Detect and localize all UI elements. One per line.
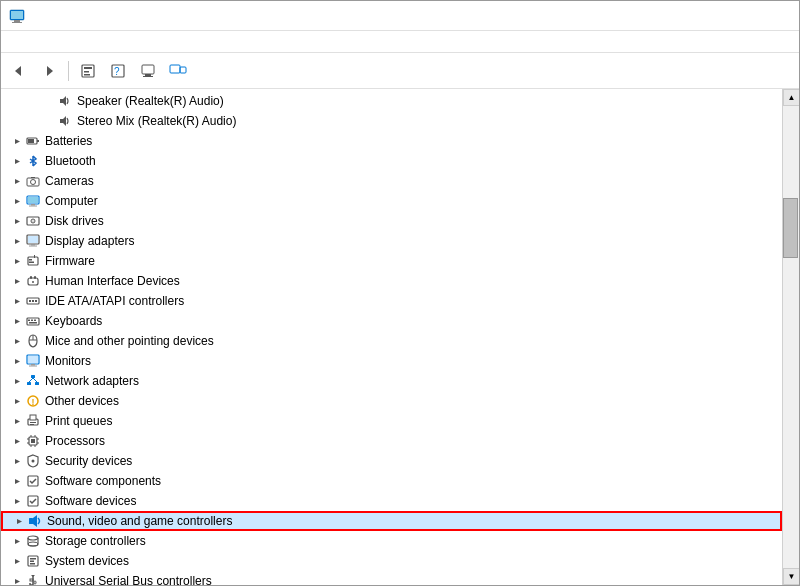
tree-item-computer[interactable]: Computer: [1, 191, 782, 211]
item-label-other: Other devices: [45, 394, 119, 408]
minimize-button[interactable]: [653, 1, 699, 31]
menu-view[interactable]: [37, 40, 53, 44]
tree-item-stereomix[interactable]: Stereo Mix (Realtek(R) Audio): [1, 111, 782, 131]
expand-arrow-ide[interactable]: [9, 293, 25, 309]
tree-item-softwaredev[interactable]: Software devices: [1, 491, 782, 511]
expand-arrow-diskdrives[interactable]: [9, 213, 25, 229]
expand-arrow-usb[interactable]: [9, 573, 25, 585]
tree-item-cameras[interactable]: Cameras: [1, 171, 782, 191]
expand-arrow-computer[interactable]: [9, 193, 25, 209]
expand-arrow-batteries[interactable]: [9, 133, 25, 149]
scroll-track[interactable]: [783, 106, 799, 568]
menu-file[interactable]: [5, 40, 21, 44]
svg-rect-55: [35, 300, 37, 302]
svg-line-75: [33, 378, 37, 382]
item-icon-ide: [25, 293, 41, 309]
expand-arrow-cameras[interactable]: [9, 173, 25, 189]
tree-item-speaker1[interactable]: Speaker (Realtek(R) Audio): [1, 91, 782, 111]
item-label-softwaredev: Software devices: [45, 494, 136, 508]
item-icon-software: [25, 473, 41, 489]
expand-arrow-stereomix[interactable]: [41, 113, 57, 129]
expand-arrow-network[interactable]: [9, 373, 25, 389]
tree-item-batteries[interactable]: Batteries: [1, 131, 782, 151]
tree-item-security[interactable]: Security devices: [1, 451, 782, 471]
expand-arrow-keyboards[interactable]: [9, 313, 25, 329]
update-driver-button[interactable]: ?: [104, 57, 132, 85]
expand-arrow-monitors[interactable]: [9, 353, 25, 369]
expand-arrow-firmware[interactable]: [9, 253, 25, 269]
device-tree[interactable]: Speaker (Realtek(R) Audio)Stereo Mix (Re…: [1, 89, 782, 585]
expand-arrow-processors[interactable]: [9, 433, 25, 449]
tree-item-storage[interactable]: Storage controllers: [1, 531, 782, 551]
tree-item-firmware[interactable]: Firmware: [1, 251, 782, 271]
expand-arrow-print[interactable]: [9, 413, 25, 429]
scroll-up-button[interactable]: ▲: [783, 89, 799, 106]
forward-button[interactable]: [35, 57, 63, 85]
tree-item-hid[interactable]: Human Interface Devices: [1, 271, 782, 291]
menu-action[interactable]: [21, 40, 37, 44]
tree-item-other[interactable]: !Other devices: [1, 391, 782, 411]
item-icon-displayadapters: [25, 233, 41, 249]
expand-arrow-bluetooth[interactable]: [9, 153, 25, 169]
tree-item-print[interactable]: Print queues: [1, 411, 782, 431]
item-icon-processors: [25, 433, 41, 449]
svg-marker-103: [33, 515, 37, 527]
scroll-down-button[interactable]: ▼: [783, 568, 799, 585]
item-label-print: Print queues: [45, 414, 112, 428]
scrollbar[interactable]: ▲ ▼: [782, 89, 799, 585]
expand-arrow-security[interactable]: [9, 453, 25, 469]
svg-marker-17: [60, 96, 66, 106]
svg-marker-101: [17, 519, 22, 524]
expand-arrow-displayadapters[interactable]: [9, 233, 25, 249]
svg-rect-9: [84, 74, 90, 76]
item-icon-sound: [27, 513, 43, 529]
item-label-displayadapters: Display adapters: [45, 234, 134, 248]
item-label-speaker1: Speaker (Realtek(R) Audio): [77, 94, 224, 108]
close-button[interactable]: [745, 1, 791, 31]
tree-item-processors[interactable]: Processors: [1, 431, 782, 451]
menu-help[interactable]: [53, 40, 69, 44]
properties-button[interactable]: [74, 57, 102, 85]
svg-rect-43: [29, 259, 32, 261]
item-icon-firmware: [25, 253, 41, 269]
svg-rect-86: [31, 439, 35, 443]
expand-arrow-storage[interactable]: [9, 533, 25, 549]
svg-marker-112: [15, 579, 20, 584]
expand-arrow-sound[interactable]: [11, 513, 27, 529]
tree-item-bluetooth[interactable]: Bluetooth: [1, 151, 782, 171]
svg-rect-110: [30, 561, 34, 563]
expand-arrow-speaker1[interactable]: [41, 93, 57, 109]
tree-item-network[interactable]: Network adapters: [1, 371, 782, 391]
back-button[interactable]: [5, 57, 33, 85]
tree-item-diskdrives[interactable]: Disk drives: [1, 211, 782, 231]
tree-item-monitors[interactable]: Monitors: [1, 351, 782, 371]
maximize-button[interactable]: [699, 1, 745, 31]
expand-arrow-other[interactable]: [9, 393, 25, 409]
svg-marker-32: [15, 219, 20, 224]
svg-rect-3: [11, 11, 23, 19]
scan-button[interactable]: [134, 57, 162, 85]
item-icon-security: [25, 453, 41, 469]
item-label-system: System devices: [45, 554, 129, 568]
svg-marker-56: [15, 319, 20, 324]
expand-arrow-software[interactable]: [9, 473, 25, 489]
tree-item-system[interactable]: System devices: [1, 551, 782, 571]
svg-rect-22: [28, 139, 34, 143]
expand-arrow-system[interactable]: [9, 553, 25, 569]
tree-item-sound[interactable]: Sound, video and game controllers: [1, 511, 782, 531]
tree-item-ide[interactable]: IDE ATA/ATAPI controllers: [1, 291, 782, 311]
svg-marker-36: [15, 239, 20, 244]
scroll-thumb[interactable]: [783, 198, 798, 258]
item-icon-usb: [25, 573, 41, 585]
tree-item-keyboards[interactable]: Keyboards: [1, 311, 782, 331]
tree-item-mice[interactable]: Mice and other pointing devices: [1, 331, 782, 351]
item-label-monitors: Monitors: [45, 354, 91, 368]
tree-item-software[interactable]: Software components: [1, 471, 782, 491]
show-devices-button[interactable]: [164, 57, 192, 85]
tree-item-displayadapters[interactable]: Display adapters: [1, 231, 782, 251]
tree-item-usb[interactable]: Universal Serial Bus controllers: [1, 571, 782, 585]
expand-arrow-softwaredev[interactable]: [9, 493, 25, 509]
expand-arrow-mice[interactable]: [9, 333, 25, 349]
expand-arrow-hid[interactable]: [9, 273, 25, 289]
item-label-diskdrives: Disk drives: [45, 214, 104, 228]
